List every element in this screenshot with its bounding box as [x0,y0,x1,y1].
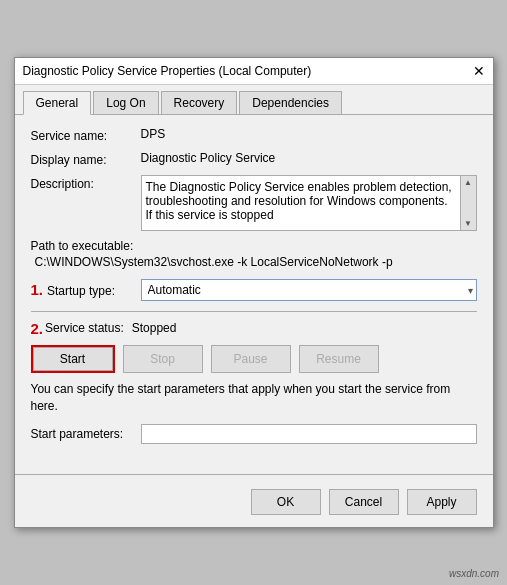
service-name-value: DPS [141,127,477,141]
display-name-label: Display name: [31,151,141,167]
service-buttons-row: Start Stop Pause Resume [31,345,477,373]
divider-1 [31,311,477,312]
startup-type-select[interactable]: Automatic Automatic (Delayed Start) Manu… [141,279,477,301]
service-status-value: Stopped [132,321,177,335]
stop-button[interactable]: Stop [123,345,203,373]
display-name-row: Display name: Diagnostic Policy Service [31,151,477,167]
service-name-row: Service name: DPS [31,127,477,143]
description-scrollbar[interactable]: ▲ ▼ [460,176,476,230]
service-status-label: Service status: [45,321,124,335]
description-text: The Diagnostic Policy Service enables pr… [146,180,472,222]
path-row: Path to executable: C:\WINDOWS\System32\… [31,239,477,269]
watermark: wsxdn.com [449,568,499,579]
service-status-row: 2. Service status: Stopped [31,320,477,337]
scroll-down-icon[interactable]: ▼ [464,219,472,228]
start-params-label: Start parameters: [31,427,141,441]
ok-button[interactable]: OK [251,489,321,515]
step2-indicator: 2. [31,320,44,337]
tab-logon[interactable]: Log On [93,91,158,114]
start-button-highlight: Start [31,345,115,373]
pause-button[interactable]: Pause [211,345,291,373]
tab-bar: General Log On Recovery Dependencies [15,85,493,115]
description-row: Description: The Diagnostic Policy Servi… [31,175,477,231]
close-button[interactable]: ✕ [473,64,485,78]
startup-type-select-wrapper: Automatic Automatic (Delayed Start) Manu… [141,279,477,301]
scroll-up-icon[interactable]: ▲ [464,178,472,187]
apply-button[interactable]: Apply [407,489,477,515]
tab-recovery[interactable]: Recovery [161,91,238,114]
start-button[interactable]: Start [33,347,113,371]
path-label: Path to executable: [31,239,477,253]
cancel-button[interactable]: Cancel [329,489,399,515]
tab-general[interactable]: General [23,91,92,115]
description-box: The Diagnostic Policy Service enables pr… [141,175,477,231]
title-bar: Diagnostic Policy Service Properties (Lo… [15,58,493,85]
step1-indicator: 1. [31,281,44,298]
startup-type-row: 1.Startup type: Automatic Automatic (Del… [31,279,477,301]
footer-buttons: OK Cancel Apply [15,483,493,527]
service-name-label: Service name: [31,127,141,143]
description-label: Description: [31,175,141,191]
window-title: Diagnostic Policy Service Properties (Lo… [23,64,312,78]
path-value: C:\WINDOWS\System32\svchost.exe -k Local… [31,255,477,269]
tab-content: Service name: DPS Display name: Diagnost… [15,115,493,467]
startup-type-label: 1.Startup type: [31,281,141,298]
footer-divider [15,474,493,475]
tab-dependencies[interactable]: Dependencies [239,91,342,114]
display-name-value: Diagnostic Policy Service [141,151,477,165]
help-text: You can specify the start parameters tha… [31,381,477,415]
properties-window: Diagnostic Policy Service Properties (Lo… [14,57,494,529]
start-params-input[interactable] [141,424,477,444]
resume-button[interactable]: Resume [299,345,379,373]
start-params-row: Start parameters: [31,424,477,444]
